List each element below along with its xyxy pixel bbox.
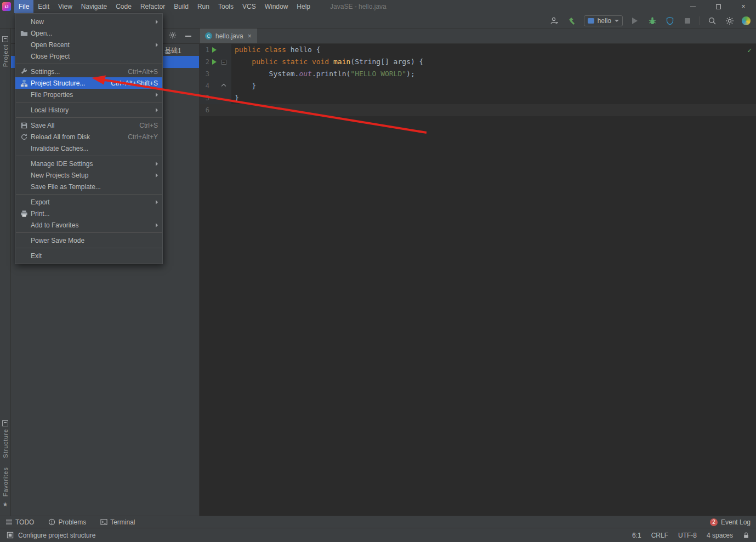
search-everywhere-icon[interactable] [707, 15, 718, 26]
menu-item-file-properties[interactable]: File Properties [15, 89, 162, 100]
menu-item-new-projects-setup[interactable]: New Projects Setup [15, 169, 162, 181]
titlebar: IJ File Edit View Navigate Code Refactor… [0, 0, 756, 13]
menu-view[interactable]: View [54, 0, 77, 13]
line-number: 3 [200, 68, 209, 80]
panel-settings-gear-icon[interactable] [169, 31, 177, 41]
tab-hello-java[interactable]: C hello.java × [200, 28, 257, 43]
menu-item-project-structure[interactable]: Project Structure... Ctrl+Alt+Shift+S [15, 77, 162, 89]
menu-help[interactable]: Help [292, 0, 315, 13]
menu-file[interactable]: File [14, 0, 33, 13]
menu-refactor[interactable]: Refactor [136, 0, 169, 13]
status-message: Configure project structure [18, 532, 95, 539]
menu-item-settings[interactable]: Settings... Ctrl+Alt+S [15, 66, 162, 77]
gutter: 6 [200, 104, 231, 116]
menu-item-invalidate-caches[interactable]: Invalidate Caches... [15, 142, 162, 154]
fold-end-icon[interactable] [221, 84, 226, 88]
file-encoding[interactable]: UTF-8 [678, 532, 697, 539]
left-toolwindow-stripe: Project Structure Favorites ★ [0, 28, 11, 516]
lock-icon[interactable] [743, 532, 749, 539]
menu-item-export[interactable]: Export [15, 196, 162, 208]
menu-navigate[interactable]: Navigate [77, 0, 111, 13]
profile-avatar-icon[interactable] [742, 16, 751, 25]
close-button[interactable]: × [731, 0, 756, 13]
gutter: 3 [200, 68, 231, 80]
project-structure-icon [20, 79, 28, 87]
settings-gear-icon[interactable] [724, 15, 735, 26]
minimize-button[interactable] [680, 0, 706, 13]
menu-separator [16, 232, 162, 233]
menu-build[interactable]: Build [169, 0, 193, 13]
printer-icon [20, 210, 28, 218]
minimize-icon [690, 7, 696, 7]
caret-position[interactable]: 6:1 [632, 532, 641, 539]
menu-vcs[interactable]: VCS [238, 0, 260, 13]
menu-code[interactable]: Code [111, 0, 136, 13]
menu-window[interactable]: Window [260, 0, 293, 13]
menu-item-reload-all[interactable]: Reload All from Disk Ctrl+Alt+Y [15, 131, 162, 142]
run-button[interactable] [629, 15, 640, 26]
fold-icon[interactable]: − [221, 60, 226, 65]
menu-item-new[interactable]: New [15, 16, 162, 27]
menu-item-save-file-as-template[interactable]: Save File as Template... [15, 181, 162, 192]
java-class-icon: C [205, 32, 212, 39]
code-editor[interactable]: ✓ 1 public class hello { 2 − public stat… [200, 44, 756, 516]
event-log-button[interactable]: 2 Event Log [710, 518, 751, 526]
toolwindow-terminal-button[interactable]: Terminal [100, 518, 135, 526]
panel-hide-icon[interactable] [185, 36, 191, 37]
bottom-toolwindow-bar: TODO Problems Terminal 2 Event Log [0, 516, 756, 528]
user-access-icon[interactable] [549, 15, 560, 26]
toolwindow-structure-button[interactable]: Structure [2, 420, 9, 458]
submenu-arrow-icon [156, 200, 158, 204]
maximize-icon [716, 4, 721, 9]
menu-item-save-all[interactable]: Save All Ctrl+S [15, 119, 162, 131]
favorites-toolwindow-label: Favorites [2, 467, 9, 497]
maximize-button[interactable] [706, 0, 731, 13]
menu-item-power-save-mode[interactable]: Power Save Mode [15, 235, 162, 246]
menu-separator [16, 102, 162, 102]
tab-label: hello.java [215, 32, 243, 40]
toolwindow-todo-button[interactable]: TODO [5, 518, 34, 526]
line-number: 1 [200, 44, 209, 56]
build-hammer-icon[interactable] [566, 15, 577, 26]
menu-item-close-project[interactable]: Close Project [15, 50, 162, 62]
chevron-down-icon [615, 20, 619, 22]
toolwindow-problems-button[interactable]: Problems [48, 518, 86, 526]
editor-area: C hello.java × ✓ 1 public class hello { … [200, 28, 756, 516]
toolwindow-favorites-button[interactable]: Favorites ★ [2, 467, 9, 508]
menu-separator [16, 194, 162, 195]
problems-icon [48, 518, 55, 526]
run-config-combo[interactable]: hello [584, 15, 623, 26]
code-line-caret[interactable]: 6 [200, 104, 756, 116]
menu-edit[interactable]: Edit [33, 0, 54, 13]
stop-button[interactable] [682, 15, 693, 26]
inspections-ok-icon[interactable]: ✓ [747, 46, 752, 54]
menu-tools[interactable]: Tools [214, 0, 238, 13]
menu-item-open[interactable]: Open... [15, 27, 162, 39]
menu-item-print[interactable]: Print... [15, 208, 162, 219]
main-menubar: File Edit View Navigate Code Refactor Bu… [14, 0, 315, 13]
submenu-arrow-icon [156, 162, 158, 166]
menu-item-local-history[interactable]: Local History [15, 104, 162, 116]
todo-icon [5, 518, 13, 526]
run-class-gutter-icon[interactable] [212, 47, 217, 53]
menu-item-add-to-favorites[interactable]: Add to Favorites [15, 219, 162, 231]
menu-item-open-recent[interactable]: Open Recent [15, 39, 162, 50]
menu-item-exit[interactable]: Exit [15, 250, 162, 261]
event-log-label: Event Log [721, 518, 751, 526]
submenu-arrow-icon [156, 108, 158, 112]
file-menu-popup: New Open... Open Recent Close Project Se… [15, 13, 163, 264]
gutter: 2 − [200, 56, 231, 68]
indent-setting[interactable]: 4 spaces [707, 532, 733, 539]
wrench-icon [20, 68, 28, 76]
line-separator[interactable]: CRLF [651, 532, 668, 539]
debug-icon[interactable] [647, 15, 658, 26]
project-root-label: 基础1 [164, 45, 181, 55]
toolwindow-project-button[interactable]: Project [2, 36, 9, 67]
menu-item-manage-ide-settings[interactable]: Manage IDE Settings [15, 158, 162, 169]
run-config-icon [588, 18, 594, 24]
tab-close-icon[interactable]: × [248, 32, 252, 40]
run-main-gutter-icon[interactable] [212, 59, 217, 65]
coverage-icon[interactable] [664, 15, 675, 26]
menu-run[interactable]: Run [193, 0, 214, 13]
gutter: 1 [200, 44, 231, 56]
